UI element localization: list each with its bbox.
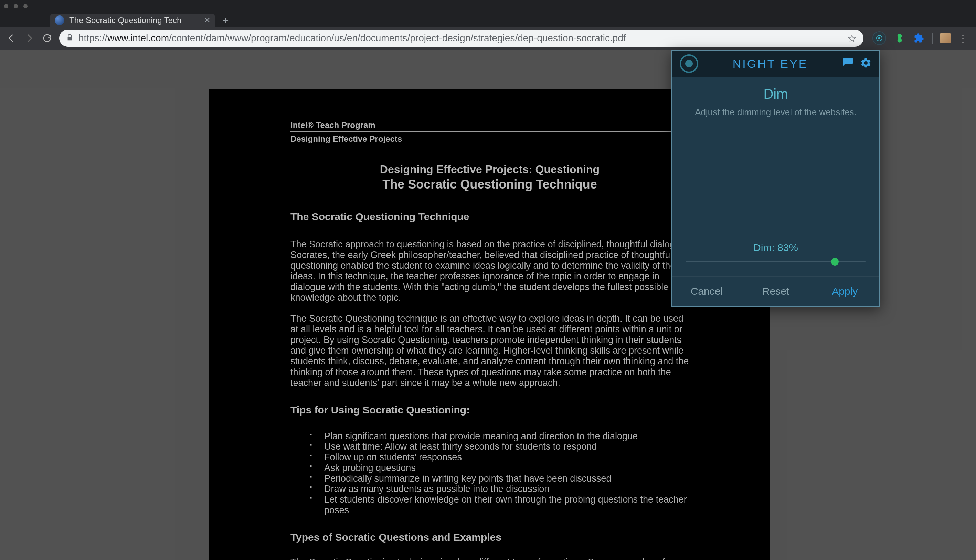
pdf-paragraph: The Socratic approach to questioning is …	[290, 239, 689, 303]
extensions-puzzle-icon[interactable]	[913, 32, 925, 44]
url-path: /content/dam/www/program/education/us/en…	[169, 33, 626, 43]
pdf-paragraph: The Socratic Questioning technique is an…	[290, 313, 689, 388]
window-titlebar	[0, 0, 976, 12]
list-item: Ask probing questions	[310, 463, 689, 473]
bookmark-star-icon[interactable]: ☆	[847, 32, 857, 44]
reload-button[interactable]	[41, 32, 53, 44]
list-item: Use wait time: Allow at least thirty sec…	[310, 441, 689, 452]
popup-brand: NIGHT EYE	[704, 57, 836, 70]
pdf-header-sub: Designing Effective Projects	[290, 134, 689, 144]
pdf-header-program: Intel® Teach Program	[290, 120, 689, 130]
pdf-lead: The Socratic Questioning technique invol…	[290, 557, 689, 560]
popup-section-desc: Adjust the dimming level of the websites…	[682, 107, 870, 118]
pdf-tips-list: Plan significant questions that provide …	[290, 431, 689, 516]
apply-button[interactable]: Apply	[810, 277, 879, 306]
reset-button[interactable]: Reset	[741, 277, 811, 306]
dim-value: 83%	[777, 242, 798, 253]
dim-slider-fill	[686, 261, 835, 262]
browser-tab[interactable]: The Socratic Questioning Tech ✕	[50, 14, 215, 27]
url-scheme: https://	[78, 33, 107, 43]
popup-body: Dim Adjust the dimming level of the webs…	[672, 77, 879, 242]
tab-favicon	[55, 15, 64, 25]
popup-section-title: Dim	[682, 86, 870, 102]
window-close-dot[interactable]	[4, 4, 8, 8]
nighteye-popup: NIGHT EYE Dim Adjust the dimming level o…	[671, 50, 880, 307]
list-item: Plan significant questions that provide …	[310, 431, 689, 442]
browser-toolbar: https://www.intel.com/content/dam/www/pr…	[0, 27, 976, 50]
list-item: Follow up on students' responses	[310, 452, 689, 463]
back-button[interactable]	[5, 32, 17, 44]
list-item: Draw as many students as possible into t…	[310, 483, 689, 494]
dim-slider: Dim: 83%	[672, 242, 879, 276]
nighteye-logo-icon	[680, 54, 698, 73]
pdf-title-line1: Designing Effective Projects: Questionin…	[290, 163, 689, 176]
window-zoom-dot[interactable]	[23, 4, 28, 8]
pdf-header-rule	[290, 132, 689, 132]
list-item: Let students discover knowledge on their…	[310, 494, 689, 516]
extension-icons: ⋮	[870, 31, 971, 45]
dim-label-prefix: Dim:	[753, 242, 777, 253]
popup-header: NIGHT EYE	[672, 50, 879, 77]
popup-spacer	[682, 118, 870, 228]
pdf-subheading-types: Types of Socratic Questions and Examples	[290, 532, 689, 543]
nighteye-extension-icon[interactable]	[873, 31, 886, 45]
dim-slider-label: Dim: 83%	[686, 242, 866, 253]
cancel-button[interactable]: Cancel	[672, 277, 741, 306]
dim-slider-thumb[interactable]	[831, 258, 839, 265]
profile-avatar[interactable]	[940, 33, 951, 43]
toolbar-separator	[932, 33, 933, 44]
new-tab-button[interactable]: +	[215, 14, 237, 27]
svg-point-1	[878, 37, 880, 39]
popup-footer: Cancel Reset Apply	[672, 276, 879, 306]
feedback-icon[interactable]	[842, 57, 854, 70]
browser-menu-button[interactable]: ⋮	[958, 33, 968, 44]
window-minimize-dot[interactable]	[14, 4, 18, 8]
pdf-subheading-tips: Tips for Using Socratic Questioning:	[290, 404, 689, 416]
url-text: https://www.intel.com/content/dam/www/pr…	[78, 33, 626, 44]
content-area: Intel® Teach Program Designing Effective…	[0, 50, 976, 560]
pdf-title-line2: The Socratic Questioning Technique	[290, 177, 689, 192]
close-icon[interactable]: ✕	[204, 16, 210, 25]
tab-strip: The Socratic Questioning Tech ✕ +	[0, 12, 976, 27]
list-item: Periodically summarize in writing key po…	[310, 473, 689, 484]
tab-title: The Socratic Questioning Tech	[69, 15, 199, 25]
url-host: www.intel.com	[107, 33, 169, 43]
address-bar[interactable]: https://www.intel.com/content/dam/www/pr…	[59, 30, 863, 47]
traffic-lights	[4, 4, 28, 8]
pdf-heading: The Socratic Questioning Technique	[290, 211, 689, 223]
evernote-extension-icon[interactable]	[894, 32, 906, 44]
settings-gear-icon[interactable]	[860, 57, 872, 70]
dim-slider-track[interactable]	[686, 261, 866, 262]
lock-icon	[66, 34, 73, 43]
forward-button[interactable]	[23, 32, 35, 44]
